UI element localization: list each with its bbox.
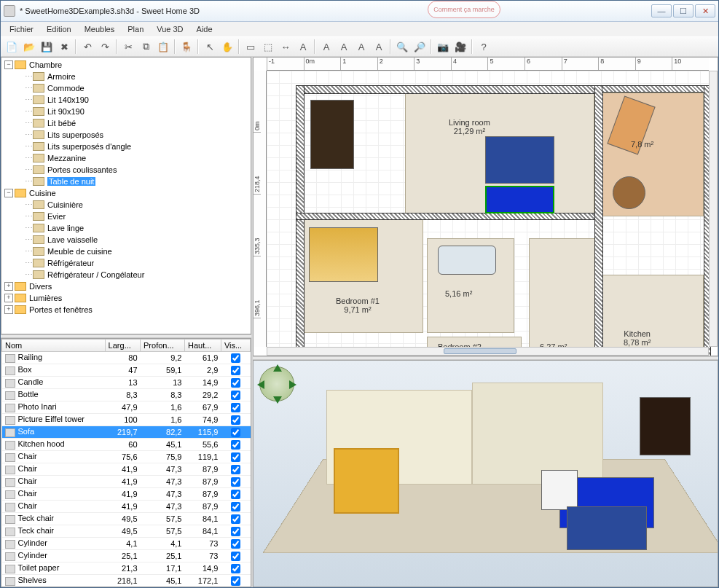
table-row[interactable]: Shelves218,145,1172,1	[2, 575, 251, 587]
table-row[interactable]: Picture Eiffel tower1001,674,9	[2, 414, 251, 426]
tree-category[interactable]: +Portes et fenêtres	[3, 304, 249, 315]
wall[interactable]	[602, 85, 711, 93]
pan-button[interactable]: ✋	[219, 39, 235, 55]
minimize-button[interactable]: —	[651, 4, 672, 17]
column-header[interactable]: Haut...	[184, 340, 221, 352]
collapse-icon[interactable]: −	[4, 189, 13, 197]
room[interactable]	[602, 275, 704, 356]
style-a1-button[interactable]: A	[353, 39, 369, 55]
expand-icon[interactable]: +	[4, 305, 13, 314]
furn-dining[interactable]	[310, 100, 354, 169]
plan-scroll-v[interactable]	[709, 71, 718, 347]
visible-checkbox[interactable]	[231, 415, 240, 425]
visible-checkbox[interactable]	[231, 440, 240, 450]
wall[interactable]	[296, 213, 602, 220]
video-button[interactable]: 🎥	[452, 39, 468, 55]
furn-table-round[interactable]	[613, 176, 645, 209]
visible-checkbox[interactable]	[231, 477, 240, 487]
nav-right-icon[interactable]	[289, 380, 296, 389]
menu-meubles[interactable]: Meubles	[79, 23, 121, 35]
visible-checkbox[interactable]	[231, 378, 240, 388]
tree-item[interactable]: ⋯Lit 90x190	[23, 106, 249, 117]
table-row[interactable]: Bottle8,38,329,2	[2, 389, 251, 401]
wall[interactable]	[594, 85, 603, 356]
furniture-table-pane[interactable]: NomLarg...Profon...Haut...Vis...Railing8…	[1, 338, 251, 587]
collapse-icon[interactable]: −	[4, 60, 13, 69]
cut-button[interactable]: ✂	[120, 39, 136, 55]
table-row[interactable]: Photo Inari47,91,667,9	[2, 401, 251, 414]
new-button[interactable]: 📄	[4, 39, 20, 55]
table-row[interactable]: Chair41,947,387,9	[2, 463, 251, 476]
wall[interactable]	[296, 85, 305, 356]
table-row[interactable]: Teck chair49,557,584,1	[2, 513, 251, 525]
text-button[interactable]: A	[295, 39, 311, 55]
help-button[interactable]: ?	[476, 39, 492, 55]
visible-checkbox[interactable]	[231, 452, 240, 462]
table-row[interactable]: Railing809,261,9	[2, 352, 251, 364]
style-i-button[interactable]: A	[336, 39, 352, 55]
column-header[interactable]: Nom	[2, 340, 106, 352]
tree-item[interactable]: ⋯Lits superposés	[23, 129, 249, 141]
tree-item[interactable]: ⋯Réfrigérateur	[23, 257, 249, 269]
table-row[interactable]: Cylinder25,125,173	[2, 550, 251, 562]
nav-down-icon[interactable]	[273, 396, 282, 404]
copy-button[interactable]: ⧉	[138, 39, 154, 55]
visible-checkbox[interactable]	[231, 366, 240, 375]
table-row[interactable]: Cylinder4,14,173	[2, 538, 251, 550]
menu-edition[interactable]: Edition	[41, 23, 77, 35]
style-a2-button[interactable]: A	[371, 39, 387, 55]
undo-button[interactable]: ↶	[79, 39, 95, 55]
redo-button[interactable]: ↷	[97, 39, 113, 55]
prefs-button[interactable]: ✖	[56, 39, 72, 55]
photo-button[interactable]: 📷	[435, 39, 451, 55]
table-row[interactable]: Teck chair49,557,584,1	[2, 525, 251, 538]
table-row[interactable]: Box4759,12,9	[2, 364, 251, 377]
table-row[interactable]: Chair75,675,9119,1	[2, 451, 251, 463]
visible-checkbox[interactable]	[231, 502, 240, 511]
expand-icon[interactable]: +	[4, 282, 13, 291]
visible-checkbox[interactable]	[231, 391, 240, 400]
visible-checkbox[interactable]	[231, 514, 240, 524]
column-header[interactable]: Larg...	[105, 340, 140, 352]
table-row[interactable]: Chair41,947,387,9	[2, 501, 251, 513]
visible-checkbox[interactable]	[231, 539, 240, 549]
column-header[interactable]: Vis...	[221, 340, 250, 352]
catalog-tree[interactable]: −Chambre⋯Armoire⋯Commode⋯Lit 140x190⋯Lit…	[1, 57, 251, 334]
zoom-out-button[interactable]: 🔎	[412, 39, 428, 55]
plan-canvas[interactable]: Living room 21,29 m²7,8 m²Bedroom #1 9,7…	[267, 71, 709, 347]
close-button[interactable]: ✕	[695, 4, 715, 17]
visible-checkbox[interactable]	[231, 552, 240, 561]
tree-item[interactable]: ⋯Meuble de cuisine	[23, 246, 249, 257]
furn-rug[interactable]	[485, 136, 554, 184]
scroll-thumb[interactable]	[444, 348, 516, 354]
tree-item[interactable]: ⋯Lave vaisselle	[23, 234, 249, 246]
furn-bed[interactable]	[309, 227, 378, 282]
zoom-in-button[interactable]: 🔍	[394, 39, 410, 55]
nav-up-icon[interactable]	[273, 364, 282, 372]
table-row[interactable]: Chair41,947,387,9	[2, 476, 251, 488]
dim-button[interactable]: ↔	[278, 39, 294, 55]
visible-checkbox[interactable]	[231, 490, 240, 499]
column-header[interactable]: Profon...	[141, 340, 185, 352]
expand-icon[interactable]: +	[4, 294, 13, 302]
tree-item[interactable]: ⋯Commode	[23, 82, 249, 94]
tree-item[interactable]: ⋯Mezzanine	[23, 152, 249, 164]
table-row[interactable]: Sofa219,782,2115,9	[2, 426, 251, 439]
visible-checkbox[interactable]	[231, 428, 240, 437]
tree-category[interactable]: +Divers	[3, 281, 249, 292]
plan-scroll-h[interactable]	[267, 347, 709, 356]
room[interactable]	[529, 238, 598, 356]
room-button[interactable]: ⬚	[260, 39, 276, 55]
save-button[interactable]: 💾	[39, 39, 55, 55]
tree-item[interactable]: ⋯Réfrigérateur / Congélateur	[23, 269, 249, 281]
maximize-button[interactable]: ☐	[673, 4, 694, 17]
tree-item[interactable]: ⋯Armoire	[23, 71, 249, 82]
visible-checkbox[interactable]	[231, 465, 240, 474]
menu-aide[interactable]: Aide	[191, 23, 219, 35]
menu-vue-3d[interactable]: Vue 3D	[151, 23, 189, 35]
table-row[interactable]: Chair41,947,387,9	[2, 488, 251, 501]
wall-button[interactable]: ▭	[243, 39, 259, 55]
tree-item[interactable]: ⋯Evier	[23, 211, 249, 222]
furniture-table[interactable]: NomLarg...Profon...Haut...Vis...Railing8…	[1, 339, 251, 587]
tree-item[interactable]: ⋯Portes coulissantes	[23, 164, 249, 176]
